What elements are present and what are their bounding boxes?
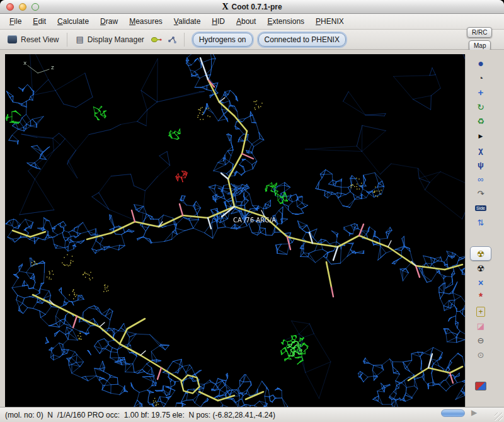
spheres-icon[interactable]: ⊙ xyxy=(470,348,491,362)
pointer-atom-icon[interactable]: × xyxy=(470,275,491,290)
menu-validate[interactable]: Validate xyxy=(168,15,207,28)
menu-edit[interactable]: Edit xyxy=(27,15,52,28)
mutate-icon[interactable]: ψ xyxy=(470,157,491,172)
model-ball-icon[interactable]: ● xyxy=(470,56,491,71)
refine-active-icon[interactable]: ☢ xyxy=(470,246,491,261)
display-swatch-icon[interactable] xyxy=(470,379,491,393)
toolbar-separator xyxy=(184,33,185,47)
menu-extensions[interactable]: Extensions xyxy=(261,15,310,28)
reset-view-button[interactable]: Reset View xyxy=(5,33,61,46)
reset-view-label: Reset View xyxy=(21,35,59,44)
menu-calculate[interactable]: Calculate xyxy=(52,15,94,28)
regularize-icon[interactable]: ☢ xyxy=(470,261,491,275)
x11-icon: X xyxy=(222,2,228,12)
go-to-atom-icon-art xyxy=(167,35,177,44)
phenix-status-button[interactable]: Connected to PHENIX xyxy=(258,33,346,47)
ligand-icon-art xyxy=(151,35,162,44)
clock-icon[interactable]: ◔ xyxy=(470,71,491,85)
gl-canvas[interactable] xyxy=(5,54,465,407)
status-text: (mol. no: 0) N /1/A/160 PRO occ: 1.00 bf… xyxy=(5,411,275,419)
statusbar: (mol. no: 0) N /1/A/160 PRO occ: 1.00 bf… xyxy=(0,407,504,422)
side-chain-icon[interactable]: Side xyxy=(470,201,491,215)
menu-measures[interactable]: Measures xyxy=(123,15,168,28)
display-manager-label: Display Manager xyxy=(88,35,144,44)
rotate-bond-icon[interactable]: ↷ xyxy=(470,186,491,201)
toolbar-separator xyxy=(67,33,67,47)
right-toolbar: ●◔+↻♻▶χψ∞↷Side⇅☢☢×*+◪⊖⊙ xyxy=(465,54,504,407)
ligand-icon[interactable] xyxy=(150,33,163,46)
hydrogens-toggle-button[interactable]: Hydrogens on xyxy=(193,33,253,47)
titlebar: X Coot 0.7.1-pre xyxy=(0,0,504,14)
distance-icon[interactable]: * xyxy=(470,290,491,304)
corner-play-icon[interactable]: ▶ xyxy=(471,408,477,417)
menu-phenix[interactable]: PHENIX xyxy=(310,15,350,28)
window-title: X Coot 0.7.1-pre xyxy=(0,0,504,14)
rotamer-icon[interactable]: χ xyxy=(470,143,491,157)
play-icon[interactable]: ▶ xyxy=(470,128,491,143)
coot-window: X Coot 0.7.1-pre FileEditCalculateDrawMe… xyxy=(0,0,504,422)
menubar: FileEditCalculateDrawMeasuresValidateHID… xyxy=(0,14,504,30)
horizontal-scrollbar-thumb[interactable] xyxy=(441,409,465,417)
torsion-icon[interactable]: ∞ xyxy=(470,172,491,186)
go-to-atom-icon[interactable] xyxy=(166,33,178,46)
window-title-text: Coot 0.7.1-pre xyxy=(232,3,282,11)
main-toolbar: Reset View ▤ Display Manager Hydrogens xyxy=(0,30,504,50)
flip-peptide-icon[interactable]: ⇅ xyxy=(470,215,491,230)
eraser-icon[interactable]: ◪ xyxy=(470,319,491,333)
rrc-button[interactable]: R/RC xyxy=(467,27,492,38)
reset-view-icon xyxy=(8,35,17,43)
trash-icon[interactable]: ⊖ xyxy=(470,333,491,348)
move-fragment-icon[interactable]: + xyxy=(470,85,491,100)
display-manager-button[interactable]: ▤ Display Manager xyxy=(73,33,146,46)
display-manager-icon: ▤ xyxy=(76,35,83,44)
recycle-icon[interactable]: ♻ xyxy=(470,114,491,128)
resize-grip[interactable] xyxy=(495,413,503,421)
menu-draw[interactable]: Draw xyxy=(94,15,123,28)
add-atom-icon[interactable]: + xyxy=(470,304,491,319)
rotate-translate-icon[interactable]: ↻ xyxy=(470,100,491,114)
menu-hid[interactable]: HID xyxy=(206,15,231,28)
menu-file[interactable]: File xyxy=(4,15,27,28)
menu-about[interactable]: About xyxy=(231,15,261,28)
